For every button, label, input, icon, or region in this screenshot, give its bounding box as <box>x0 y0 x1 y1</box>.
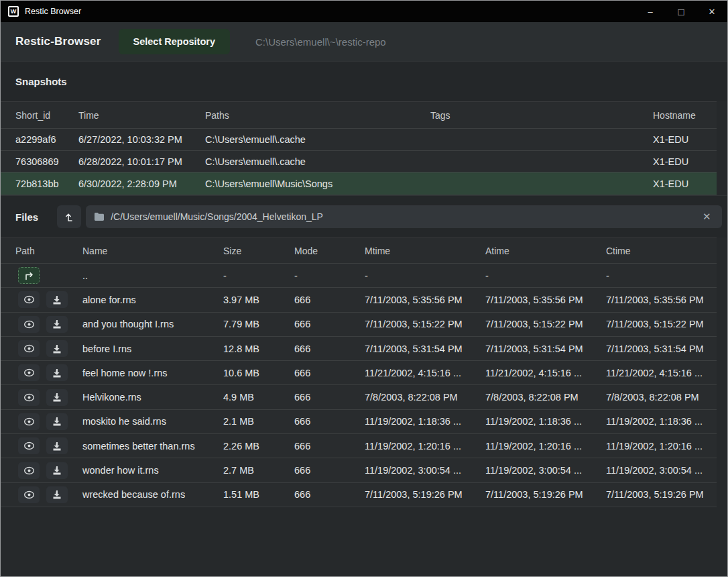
view-file-button[interactable] <box>18 462 40 479</box>
snapshots-section-header: Snapshots <box>1 61 727 101</box>
select-repository-button[interactable]: Select Repository <box>119 29 231 54</box>
file-atime: 7/11/2003, 5:15:22 PM <box>485 319 606 329</box>
download-file-button[interactable] <box>46 413 68 430</box>
go-to-parent-directory-button[interactable] <box>18 267 40 284</box>
file-size: 1.51 MB <box>223 489 294 500</box>
current-path-text: /C/Users/emuell/Music/Songs/2004_Helveti… <box>111 211 698 222</box>
download-file-button[interactable] <box>46 316 68 333</box>
file-size: - <box>223 270 294 281</box>
download-icon <box>52 417 62 426</box>
file-name: wonder how it.rns <box>82 465 223 476</box>
file-name: before I.rns <box>82 344 223 354</box>
file-row: sometimes better than.rns2.26 MB66611/19… <box>1 433 717 458</box>
view-file-button[interactable] <box>18 364 40 381</box>
arrow-turn-right-icon <box>23 271 34 280</box>
column-header-short_id: Short_id <box>15 110 78 121</box>
snapshot-row[interactable]: a2299af66/27/2022, 10:03:32 PMC:\Users\e… <box>1 128 717 150</box>
clear-path-button[interactable]: ✕ <box>698 208 715 225</box>
file-actions <box>15 462 82 479</box>
eye-icon <box>23 344 35 353</box>
download-file-button[interactable] <box>46 486 68 503</box>
download-icon <box>52 344 62 354</box>
navigate-up-button[interactable] <box>57 205 81 228</box>
window-title: Restic Browser <box>25 7 81 16</box>
download-icon <box>52 490 62 499</box>
snapshot-time: 6/30/2022, 2:28:09 PM <box>78 178 205 189</box>
file-mode: 666 <box>294 465 365 476</box>
download-file-button[interactable] <box>46 462 68 479</box>
file-ctime: 7/11/2003, 5:15:22 PM <box>606 319 717 329</box>
file-mode: 666 <box>294 489 365 500</box>
eye-icon <box>23 441 35 450</box>
file-size: 2.7 MB <box>223 465 294 476</box>
column-header-ctime: Ctime <box>606 246 717 256</box>
file-row: before I.rns12.8 MB6667/11/2003, 5:31:54… <box>1 336 717 360</box>
file-ctime: - <box>606 270 717 281</box>
file-ctime: 7/11/2003, 5:19:26 PM <box>606 489 717 500</box>
window-controls: – □ ✕ <box>635 1 727 22</box>
file-mtime: - <box>365 270 485 281</box>
file-name: wrecked because of.rns <box>82 489 223 500</box>
snapshot-paths: C:\Users\emuell\.cache <box>205 134 430 145</box>
file-actions <box>15 486 82 503</box>
view-file-button[interactable] <box>18 486 40 503</box>
snapshot-row[interactable]: 763068696/28/2022, 10:01:17 PMC:\Users\e… <box>1 150 717 172</box>
view-file-button[interactable] <box>18 413 40 430</box>
column-header-path: Path <box>15 246 82 256</box>
file-size: 10.6 MB <box>223 368 294 378</box>
view-file-button[interactable] <box>18 291 40 308</box>
file-actions <box>15 389 82 406</box>
file-mtime: 11/19/2002, 1:18:36 ... <box>365 416 485 427</box>
parent-directory-row: ..----- <box>1 263 717 287</box>
view-file-button[interactable] <box>18 437 40 454</box>
file-ctime: 11/19/2002, 1:20:16 ... <box>606 441 717 452</box>
file-mode: 666 <box>294 344 365 354</box>
file-name: sometimes better than.rns <box>82 441 223 452</box>
download-file-button[interactable] <box>46 340 68 357</box>
file-name: moskito he said.rns <box>82 416 223 427</box>
file-row: alone for.rns3.97 MB6667/11/2003, 5:35:5… <box>1 287 717 311</box>
snapshot-short-id: a2299af6 <box>15 134 78 145</box>
eye-icon <box>23 320 35 329</box>
file-mtime: 7/8/2003, 8:22:08 PM <box>365 392 485 403</box>
app-logo-icon: W <box>8 6 19 17</box>
column-header-size: Size <box>223 246 294 256</box>
view-file-button[interactable] <box>18 340 40 357</box>
file-ctime: 11/19/2002, 1:18:36 ... <box>606 416 717 427</box>
file-atime: 11/19/2002, 3:00:54 ... <box>485 465 606 476</box>
file-mtime: 7/11/2003, 5:35:56 PM <box>365 295 485 305</box>
maximize-button[interactable]: □ <box>666 1 696 22</box>
snapshot-time: 6/27/2022, 10:03:32 PM <box>78 134 205 145</box>
file-row: and you thought I.rns7.79 MB6667/11/2003… <box>1 312 717 336</box>
column-header-tags: Tags <box>430 110 653 121</box>
snapshot-hostname: X1-EDU <box>653 178 717 189</box>
view-file-button[interactable] <box>18 316 40 333</box>
current-path-bar[interactable]: /C/Users/emuell/Music/Songs/2004_Helveti… <box>86 205 722 228</box>
eye-icon <box>23 417 35 426</box>
eye-icon <box>23 490 35 499</box>
app-header: Restic-Browser Select Repository C:\User… <box>1 22 727 61</box>
close-button[interactable]: ✕ <box>696 1 727 22</box>
file-atime: 11/21/2002, 4:15:16 ... <box>485 368 606 378</box>
file-name: and you thought I.rns <box>82 319 223 329</box>
file-atime: 7/11/2003, 5:31:54 PM <box>485 344 606 354</box>
repository-path: C:\Users\emuell\~\restic-repo <box>255 36 386 48</box>
download-file-button[interactable] <box>46 437 68 454</box>
download-file-button[interactable] <box>46 291 68 308</box>
snapshot-row[interactable]: 72b813bb6/30/2022, 2:28:09 PMC:\Users\em… <box>1 172 717 195</box>
file-size: 3.97 MB <box>223 295 294 305</box>
file-mode: 666 <box>294 368 365 378</box>
file-mode: 666 <box>294 392 365 403</box>
file-actions <box>15 437 82 454</box>
title-bar: W Restic Browser – □ ✕ <box>1 1 727 22</box>
view-file-button[interactable] <box>18 389 40 406</box>
column-header-name: Name <box>82 246 223 256</box>
file-mode: 666 <box>294 319 365 329</box>
file-actions <box>15 267 82 284</box>
download-file-button[interactable] <box>46 389 68 406</box>
download-file-button[interactable] <box>46 364 68 381</box>
minimize-button[interactable]: – <box>635 1 666 22</box>
download-icon <box>52 392 62 402</box>
file-actions <box>15 340 82 357</box>
file-mode: - <box>294 270 365 281</box>
